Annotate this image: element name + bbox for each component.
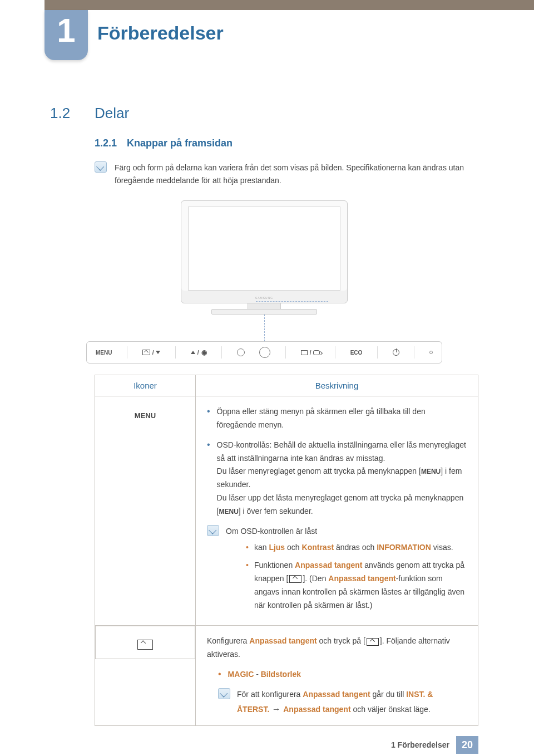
intro-note-text: Färg och form på delarna kan variera frå…: [115, 161, 478, 187]
row1-note-title: Om OSD-kontrollen är låst: [226, 525, 467, 538]
row1-b2-p2: Du låser menyreglaget genom att trycka p…: [217, 465, 467, 492]
section-title: Delar: [95, 105, 129, 122]
table-row: MENU • Öppna eller stäng menyn på skärme…: [95, 396, 478, 626]
intro-note: Färg och form på delarna kan variera frå…: [95, 161, 478, 187]
monitor-screen: [188, 207, 340, 291]
row2-note: För att konfigurera Anpassad tangent går…: [218, 688, 467, 716]
row2-option: MAGIC - Bildstorlek: [228, 668, 467, 681]
callout-line: [264, 315, 265, 341]
bullet-dot: •: [218, 668, 221, 681]
bullet-dot: •: [207, 439, 210, 518]
btn-led: [429, 351, 433, 354]
row1-sb2: • Funktionen Anpassad tangent används ge…: [246, 559, 467, 612]
row1-b2-p1: OSD-kontrollås: Behåll de aktuella instä…: [217, 439, 467, 465]
btn-custom-down: /: [142, 350, 161, 356]
footer-text: 1 Förberedelser: [391, 740, 449, 749]
page: 1 Förberedelser 1.2 Delar 1.2.1 Knappar …: [0, 10, 534, 756]
bullet-dot: •: [207, 405, 210, 432]
th-icons: Ikoner: [95, 375, 196, 396]
monitor-bezel: SAMSUNG: [181, 200, 348, 303]
top-bar: [44, 0, 534, 10]
btn-source: /: [301, 350, 320, 356]
row2-p1: Konfigurera Anpassad tangent och tryck p…: [207, 635, 467, 661]
button-hint-line: [256, 300, 328, 302]
th-desc: Beskrivning: [196, 375, 478, 396]
content: 1.2 Delar 1.2.1 Knappar på framsidan Fär…: [0, 10, 534, 726]
subsection-title: Knappar på framsidan: [127, 138, 233, 149]
row1-b2-p3: Du låser upp det låsta menyreglaget geno…: [217, 492, 467, 518]
subsection-heading: 1.2.1 Knappar på framsidan: [95, 138, 478, 149]
chapter-title: Förberedelser: [97, 22, 224, 44]
monitor-base: [211, 309, 317, 315]
row1-b1: Öppna eller stäng menyn på skärmen eller…: [217, 405, 467, 432]
row2-icon: [95, 626, 195, 659]
btn-menu: MENU: [96, 350, 112, 356]
note-icon: [95, 161, 107, 173]
page-number: 20: [456, 736, 478, 754]
custom-key-icon: [137, 640, 153, 650]
chapter-number: 1: [57, 11, 75, 50]
chapter-tab: 1: [44, 10, 88, 60]
row2-desc: Konfigurera Anpassad tangent och tryck p…: [196, 626, 478, 725]
btn-power: [393, 349, 399, 356]
row1-note: Om OSD-kontrollen är låst • kan Ljus och…: [207, 525, 467, 617]
footer: 1 Förberedelser 20: [0, 736, 534, 754]
monitor-brand: SAMSUNG: [255, 296, 273, 300]
section-number: 1.2: [50, 105, 78, 122]
row1-b2: OSD-kontrollås: Behåll de aktuella instä…: [217, 439, 467, 518]
button-bar: MENU / / ◉ / ECO: [86, 341, 442, 364]
btn-circle-1: [237, 348, 245, 356]
custom-key-icon: [289, 575, 301, 583]
btn-circle-2: [259, 347, 270, 358]
btn-eco: ECO: [350, 350, 363, 356]
section-heading: 1.2 Delar: [50, 105, 478, 122]
note-icon: [207, 525, 219, 536]
row1-icon-label: MENU: [95, 396, 196, 626]
monitor-neck: [248, 303, 281, 309]
row1-sb1: • kan Ljus och Kontrast ändras och INFOR…: [246, 541, 467, 554]
table-row: Konfigurera Anpassad tangent och tryck p…: [95, 626, 478, 725]
row1-desc: • Öppna eller stäng menyn på skärmen ell…: [196, 396, 478, 626]
description-table: Ikoner Beskrivning MENU • Öppna eller st…: [95, 375, 478, 726]
note-icon: [218, 688, 230, 699]
monitor-diagram: SAMSUNG MENU / / ◉ / ECO: [81, 200, 448, 364]
subsection-number: 1.2.1: [95, 138, 117, 149]
btn-up-enter: / ◉: [191, 348, 207, 356]
custom-key-icon: [367, 638, 379, 646]
